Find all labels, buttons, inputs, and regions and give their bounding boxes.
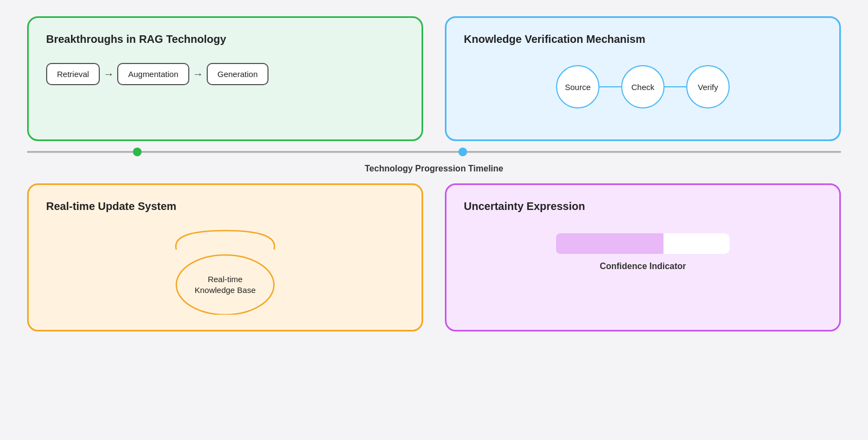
knowledge-title: Knowledge Verification Mechanism: [464, 33, 646, 46]
arrow-1: →: [103, 68, 114, 80]
kv-circle-verify: Verify: [686, 65, 730, 109]
uncertainty-title: Uncertainty Expression: [464, 200, 585, 213]
rag-step-retrieval: Retrieval: [46, 63, 100, 85]
rag-step-augmentation: Augmentation: [117, 63, 189, 85]
uncertainty-card: Uncertainty Expression Confidence Indica…: [445, 183, 841, 331]
confidence-container: Confidence Indicator: [464, 233, 822, 271]
timeline-line: [27, 151, 841, 153]
confidence-bar-empty: [663, 233, 730, 254]
bottom-row: Real-time Update System Real-time Knowle…: [27, 183, 841, 331]
timeline-dot-green: [133, 148, 142, 156]
ellipse-svg: Real-time Knowledge Base: [155, 228, 296, 315]
kv-line-1: [599, 86, 621, 87]
svg-point-0: [176, 255, 274, 315]
svg-text:Real-time: Real-time: [208, 275, 242, 284]
kv-flow: Source Check Verify: [464, 65, 822, 109]
realtime-card: Real-time Update System Real-time Knowle…: [27, 183, 423, 331]
top-row: Breakthroughs in RAG Technology Retrieva…: [27, 16, 841, 141]
ellipse-container: Real-time Knowledge Base: [46, 228, 404, 315]
arrow-2: →: [193, 68, 203, 80]
timeline-section: Technology Progression Timeline: [27, 146, 841, 174]
svg-text:Knowledge Base: Knowledge Base: [195, 285, 256, 295]
timeline-label: Technology Progression Timeline: [365, 164, 503, 174]
rag-title: Breakthroughs in RAG Technology: [46, 33, 226, 46]
main-container: Breakthroughs in RAG Technology Retrieva…: [27, 0, 841, 331]
timeline-bar: [27, 146, 841, 157]
kv-circle-check: Check: [621, 65, 665, 109]
knowledge-card: Knowledge Verification Mechanism Source …: [445, 16, 841, 141]
rag-flow: Retrieval → Augmentation → Generation: [46, 63, 269, 85]
realtime-content: Real-time Knowledge Base: [46, 228, 404, 315]
kv-circle-source: Source: [556, 65, 599, 109]
confidence-label: Confidence Indicator: [599, 262, 686, 271]
uncertainty-content: Confidence Indicator: [464, 228, 822, 315]
kv-line-2: [665, 86, 686, 87]
confidence-bar: [556, 233, 730, 254]
timeline-dot-blue: [458, 148, 467, 156]
rag-step-generation: Generation: [207, 63, 269, 85]
rag-card: Breakthroughs in RAG Technology Retrieva…: [27, 16, 423, 141]
realtime-title: Real-time Update System: [46, 200, 176, 213]
